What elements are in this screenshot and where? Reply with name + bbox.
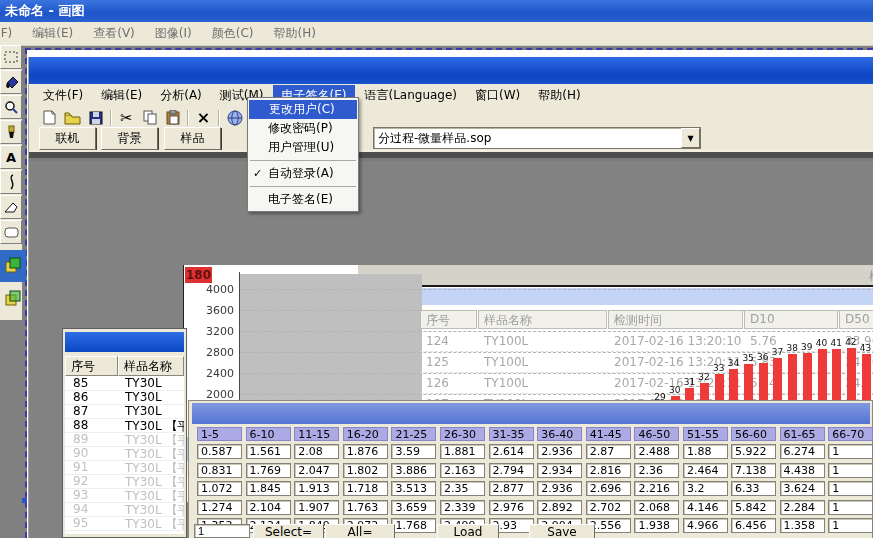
paint-menu-item[interactable]: 查看(V): [83, 25, 145, 42]
dist-cell[interactable]: 1.938: [634, 518, 679, 533]
paint-menu-item[interactable]: 文件(F): [0, 25, 22, 42]
all-button[interactable]: All=: [325, 524, 395, 538]
magnifier-icon[interactable]: [0, 95, 22, 119]
dist-cell[interactable]: 1: [828, 518, 873, 533]
open-file-icon[interactable]: [64, 110, 81, 126]
dist-cell[interactable]: 4.146: [683, 500, 728, 515]
dist-column-header[interactable]: 66-70: [828, 427, 873, 441]
dist-cell[interactable]: 6.33: [731, 481, 776, 496]
dist-column-header[interactable]: 31-35: [489, 427, 534, 441]
dist-cell[interactable]: 1.274: [197, 500, 242, 515]
count-input[interactable]: [194, 524, 250, 538]
dist-column-header[interactable]: 1-5: [197, 427, 242, 441]
selection-handle[interactable]: [22, 498, 27, 503]
select-button[interactable]: Select=: [253, 524, 324, 538]
save-button[interactable]: Save: [529, 524, 595, 538]
signature-menu-item[interactable]: ✓自动登录(A): [248, 164, 358, 183]
app-menu-item[interactable]: 窗口(W): [466, 85, 529, 106]
curve-tool-icon[interactable]: [0, 170, 22, 194]
dist-cell[interactable]: 2.36: [634, 463, 679, 478]
dist-cell[interactable]: 2.702: [586, 500, 631, 515]
dist-column-header[interactable]: 46-50: [634, 427, 679, 441]
dist-cell[interactable]: 1.072: [197, 481, 242, 496]
dist-column-header[interactable]: 36-40: [537, 427, 582, 441]
dist-cell[interactable]: 1.718: [343, 481, 388, 496]
dist-cell[interactable]: 3.513: [391, 481, 436, 496]
app-menu-item[interactable]: 编辑(E): [92, 85, 151, 106]
online-button[interactable]: 联机: [39, 127, 96, 150]
dist-cell[interactable]: 1.88: [683, 444, 728, 459]
dist-cell[interactable]: 7.138: [731, 463, 776, 478]
dist-cell[interactable]: 2.87: [586, 444, 631, 459]
dist-cell[interactable]: 2.936: [537, 481, 582, 496]
dist-column-header[interactable]: 26-30: [440, 427, 485, 441]
dist-cell[interactable]: 1: [828, 444, 873, 459]
background-button[interactable]: 背景: [101, 127, 158, 150]
chevron-down-icon[interactable]: ▼: [681, 128, 700, 148]
dist-cell[interactable]: 2.163: [440, 463, 485, 478]
dist-cell[interactable]: 2.696: [586, 481, 631, 496]
dist-cell[interactable]: 2.614: [489, 444, 534, 459]
list-item[interactable]: 88TY30L 【平均】: [65, 418, 184, 433]
dist-cell[interactable]: 1.913: [294, 481, 339, 496]
dist-cell[interactable]: 2.068: [634, 500, 679, 515]
dist-cell[interactable]: 1.768: [391, 518, 436, 533]
dist-cell[interactable]: 1: [828, 463, 873, 478]
dist-cell[interactable]: 3.59: [391, 444, 436, 459]
dist-cell[interactable]: 2.816: [586, 463, 631, 478]
signature-menu-item[interactable]: 修改密码(P): [248, 119, 358, 138]
dist-cell[interactable]: 2.488: [634, 444, 679, 459]
dist-cell[interactable]: 0.587: [197, 444, 242, 459]
polygon-tool-icon[interactable]: [0, 195, 22, 219]
dist-cell[interactable]: 2.339: [440, 500, 485, 515]
dist-cell[interactable]: 2.934: [537, 463, 582, 478]
dist-cell[interactable]: 1.907: [294, 500, 339, 515]
load-button[interactable]: Load: [437, 524, 499, 538]
dist-cell[interactable]: 1.802: [343, 463, 388, 478]
paste-icon[interactable]: [164, 110, 181, 126]
dist-column-header[interactable]: 56-60: [731, 427, 776, 441]
dist-cell[interactable]: 5.842: [731, 500, 776, 515]
save-icon[interactable]: [87, 110, 104, 126]
dist-column-header[interactable]: 21-25: [391, 427, 436, 441]
list-item[interactable]: 86TY30L: [65, 390, 184, 405]
dist-cell[interactable]: 2.104: [246, 500, 291, 515]
app-menu-item[interactable]: 分析(A): [151, 85, 211, 106]
dist-cell[interactable]: 1.561: [246, 444, 291, 459]
paint-menu-item[interactable]: 图像(I): [145, 25, 202, 42]
dist-cell[interactable]: 1.763: [343, 500, 388, 515]
dist-cell[interactable]: 2.877: [489, 481, 534, 496]
sop-combobox[interactable]: 分过程-微量样品.sop ▼: [373, 127, 701, 149]
app-menu-item[interactable]: 语言(Language): [355, 85, 466, 106]
column-header-name[interactable]: 样品名称: [118, 356, 184, 376]
sample-button[interactable]: 样品: [164, 127, 221, 150]
dist-cell[interactable]: 2.08: [294, 444, 339, 459]
cut-icon[interactable]: ✂: [118, 110, 135, 126]
signature-menu-item[interactable]: 更改用户(C): [249, 100, 357, 119]
dist-cell[interactable]: 0.831: [197, 463, 242, 478]
dist-column-header[interactable]: 11-15: [294, 427, 339, 441]
dist-cell[interactable]: 2.464: [683, 463, 728, 478]
dist-cell[interactable]: 6.274: [780, 444, 825, 459]
dist-cell[interactable]: 6.456: [731, 518, 776, 533]
copy-icon[interactable]: [141, 110, 158, 126]
rounded-rect-icon[interactable]: [0, 220, 22, 244]
dist-cell[interactable]: 1.769: [246, 463, 291, 478]
new-file-icon[interactable]: [41, 110, 58, 126]
dist-cell[interactable]: 3.659: [391, 500, 436, 515]
signature-menu-item[interactable]: 用户管理(U): [248, 138, 358, 157]
dist-cell[interactable]: 2.976: [489, 500, 534, 515]
column-header-id[interactable]: 序号: [65, 356, 118, 376]
dist-cell[interactable]: 3.886: [391, 463, 436, 478]
dist-cell[interactable]: 4.438: [780, 463, 825, 478]
dist-cell[interactable]: 1.845: [246, 481, 291, 496]
dist-cell[interactable]: 1: [828, 500, 873, 515]
brush-icon[interactable]: [0, 120, 22, 144]
dist-cell[interactable]: 4.966: [683, 518, 728, 533]
dist-cell[interactable]: 2.284: [780, 500, 825, 515]
dist-cell[interactable]: 1.876: [343, 444, 388, 459]
dist-cell[interactable]: 2.892: [537, 500, 582, 515]
list-item[interactable]: 87TY30L: [65, 404, 184, 419]
dist-cell[interactable]: 1.881: [440, 444, 485, 459]
rect-select-icon[interactable]: [0, 45, 22, 69]
